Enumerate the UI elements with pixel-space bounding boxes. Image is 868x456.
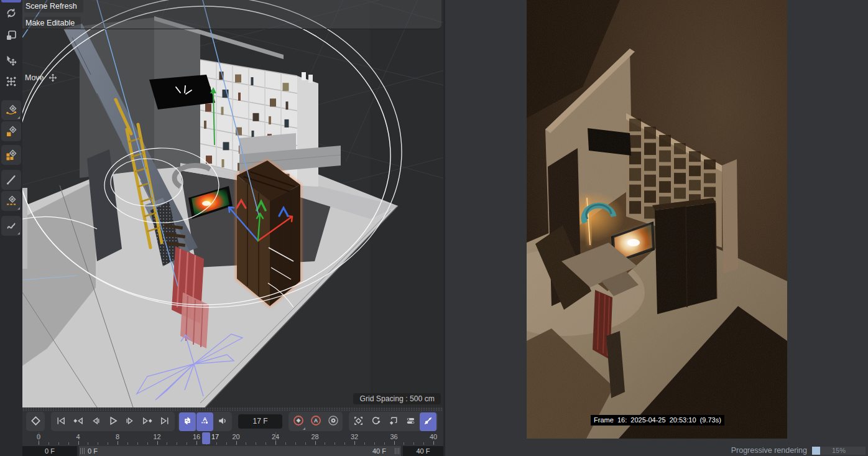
ruler-tick: [265, 442, 266, 445]
render-frame-info: Frame 16: 2025-04-25 20:53:10 (9.73s): [591, 415, 724, 426]
autokey-button[interactable]: A: [307, 412, 324, 431]
active-tool-label: Move: [25, 73, 57, 82]
ruler-tick: [58, 442, 59, 445]
active-tool-highlight: [1, 0, 21, 2]
next-key-button[interactable]: [139, 412, 156, 431]
left-toolbar: [0, 0, 22, 456]
ruler-tick: [196, 441, 197, 445]
range-start-field[interactable]: 0 F: [22, 446, 77, 456]
playhead[interactable]: [202, 432, 210, 444]
menu-item-scene-refresh[interactable]: Scene Refresh: [24, 0, 83, 12]
record-rotation-toggle[interactable]: [367, 412, 384, 431]
loop-mode-button[interactable]: [179, 412, 196, 431]
record-pla-toggle[interactable]: [420, 412, 436, 431]
timeline-ruler[interactable]: 0481216202428323640 17: [22, 432, 443, 445]
svg-text:A: A: [203, 416, 207, 422]
playback-mode-group: A: [178, 412, 232, 431]
record-keyframe-button[interactable]: [290, 412, 307, 431]
refresh-icon[interactable]: [1, 3, 21, 23]
ruler-tick: [127, 442, 128, 445]
ruler-tick: [413, 442, 414, 445]
ruler-label-8: 8: [116, 433, 119, 440]
preview-range-slider[interactable]: 0 F 40 F: [79, 446, 401, 456]
current-frame-field[interactable]: 17 F: [238, 414, 282, 429]
spline-cubes-icon[interactable]: [1, 145, 21, 165]
spline-pen-icon[interactable]: [1, 100, 21, 120]
play-button[interactable]: [104, 412, 121, 431]
range-grip-left[interactable]: [80, 448, 85, 454]
render-progress-percent: 15%: [812, 447, 866, 455]
ruler-tick: [177, 442, 177, 445]
sound-toggle-button[interactable]: [214, 412, 231, 431]
range-grip-right[interactable]: [395, 448, 400, 454]
spline-dash-pen-icon[interactable]: [1, 191, 21, 211]
move-tool-icon[interactable]: [1, 50, 21, 70]
ruler-tick: [88, 442, 88, 445]
panel-divider: [443, 0, 445, 456]
playback-button-group: [51, 412, 175, 431]
transform-tool-icon[interactable]: [1, 72, 21, 91]
ruler-tick: [325, 442, 325, 445]
ruler-label-28: 28: [311, 433, 318, 440]
ruler-label-36: 36: [390, 433, 397, 440]
preview-range-row: 0 F 0 F 40 F 40 F: [22, 446, 443, 456]
next-frame-button[interactable]: [122, 412, 139, 431]
ruler-tick: [354, 441, 355, 445]
record-scale-toggle[interactable]: [385, 412, 402, 431]
go-start-button[interactable]: [52, 412, 69, 431]
tool-label-text: Move: [25, 73, 44, 82]
make-editable-icon[interactable]: [1, 26, 21, 45]
animation-timeline-panel: A 17 F A: [22, 407, 443, 456]
ruler-tick: [137, 442, 138, 445]
ruler-tick: [374, 442, 375, 445]
keyframe-a-mode-button[interactable]: A: [196, 412, 213, 431]
playhead-frame-label: 17: [211, 433, 219, 440]
ruler-label-12: 12: [153, 433, 160, 440]
ruler-tick: [246, 442, 246, 445]
ruler-tick: [394, 441, 395, 445]
prev-key-button[interactable]: [70, 412, 86, 431]
spline-square-pen-icon[interactable]: [1, 121, 21, 141]
grid-spacing-label: Grid Spacing : 500 cm: [353, 393, 441, 404]
ruler-tick: [384, 442, 385, 445]
ruler-tick: [118, 441, 118, 445]
ruler-label-40: 40: [430, 433, 437, 440]
freehand-spline-icon[interactable]: [1, 216, 21, 236]
range-slider-end-label: 40 F: [372, 446, 386, 456]
record-button-group: A: [289, 412, 343, 431]
record-parameter-toggle[interactable]: [402, 412, 419, 431]
go-end-button[interactable]: [157, 412, 173, 431]
context-menu-overlay: Scene Refresh Make Editable: [22, 0, 441, 29]
ruler-label-32: 32: [351, 433, 358, 440]
range-end-field[interactable]: 40 F: [403, 446, 443, 456]
render-image: [527, 0, 787, 439]
move-cross-icon: [48, 73, 57, 82]
ruler-tick: [335, 442, 335, 445]
ruler-tick: [226, 442, 227, 445]
ruler-tick: [187, 442, 187, 445]
keying-type-group: [349, 412, 438, 431]
render-view: Frame 16: 2025-04-25 20:53:10 (9.73s): [527, 0, 787, 439]
viewport-3d[interactable]: Scene Refresh Make Editable Move Grid Sp…: [22, 0, 443, 407]
application-window: Scene Refresh Make Editable Move Grid Sp…: [0, 0, 868, 456]
ruler-tick: [433, 441, 434, 445]
ruler-tick: [108, 442, 108, 445]
record-position-toggle[interactable]: [350, 412, 367, 431]
keyframe-diamond-button[interactable]: [26, 412, 45, 431]
ruler-tick: [305, 442, 306, 445]
ruler-label-4: 4: [76, 433, 80, 440]
ruler-tick: [404, 442, 404, 445]
ruler-tick: [98, 442, 98, 445]
svg-text:A: A: [313, 417, 318, 424]
ruler-tick: [68, 442, 69, 445]
ruler-tick: [275, 441, 276, 445]
prev-frame-button[interactable]: [87, 412, 104, 431]
brush-icon[interactable]: [1, 170, 21, 190]
ruler-tick: [167, 442, 167, 445]
progressive-rendering-label: Progressive rendering: [715, 446, 807, 455]
keying-settings-button[interactable]: [325, 412, 341, 431]
menu-item-make-editable[interactable]: Make Editable: [24, 17, 81, 29]
ruler-tick: [39, 441, 39, 445]
timeline-drag-handle[interactable]: [22, 407, 443, 411]
range-slider-start-label: 0 F: [88, 446, 98, 456]
